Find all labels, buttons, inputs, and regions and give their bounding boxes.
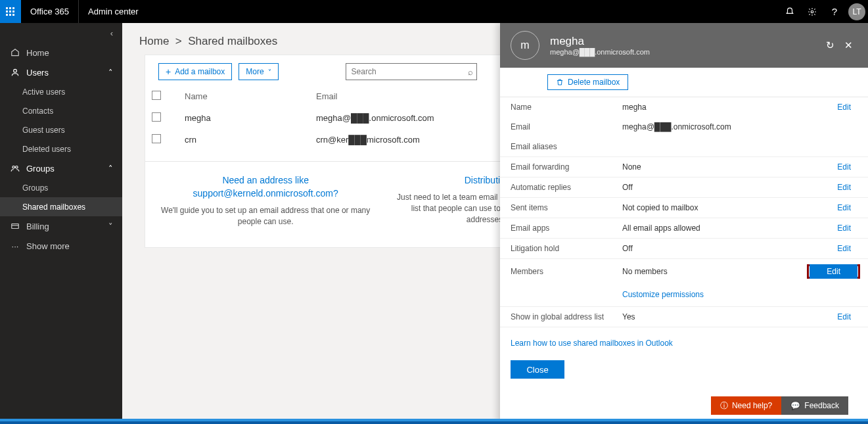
sidebar: ‹ Home Users ˄ Active users Contacts Gue… [0, 23, 122, 424]
delete-mailbox-button[interactable]: Delete mailbox [547, 74, 628, 90]
info-description: We'll guide you to set up an email addre… [158, 205, 373, 227]
svg-rect-0 [6, 7, 8, 9]
close-icon[interactable]: ✕ [839, 36, 857, 55]
prop-value: megha@███.onmicrosoft.com [622, 122, 857, 131]
customize-permissions-link[interactable]: Customize permissions [622, 290, 704, 299]
prop-label: Automatic replies [511, 183, 622, 192]
learn-link[interactable]: Learn how to use shared mailboxes in Out… [511, 339, 673, 348]
svg-rect-1 [9, 7, 11, 9]
sidebar-item-active-users[interactable]: Active users [0, 82, 122, 101]
button-label: Delete mailbox [568, 78, 620, 87]
prop-value: Off [622, 183, 837, 192]
user-avatar[interactable]: LT [848, 3, 865, 20]
cell-name: crn [178, 129, 309, 151]
home-icon [8, 48, 22, 57]
sidebar-item-home[interactable]: Home [0, 43, 122, 62]
prop-row-forwarding: Email forwarding None Edit [500, 157, 868, 177]
sidebar-item-contacts[interactable]: Contacts [0, 101, 122, 120]
row-checkbox[interactable] [152, 134, 161, 143]
more-icon: ··· [8, 241, 22, 251]
prop-row-litigation: Litigation hold Off Edit [500, 239, 868, 259]
edit-members-highlight: Edit [807, 264, 860, 279]
svg-point-9 [811, 11, 813, 13]
prop-label: Email apps [511, 224, 622, 233]
sidebar-item-groups[interactable]: Groups ˄ [0, 158, 122, 178]
sidebar-item-groups-sub[interactable]: Groups [0, 178, 122, 197]
sidebar-item-users[interactable]: Users ˄ [0, 62, 122, 82]
admin-center-label[interactable]: Admin center [79, 7, 148, 16]
svg-rect-4 [9, 11, 11, 12]
details-panel: m megha megha@███.onmicrosoft.com ↻ ✕ De… [500, 23, 868, 424]
svg-rect-6 [6, 14, 8, 16]
button-label: Add a mailbox [175, 67, 225, 76]
feedback-button[interactable]: 💬 Feedback [781, 396, 848, 415]
prop-label: Sent items [511, 203, 622, 212]
svg-point-11 [12, 166, 15, 169]
settings-icon[interactable] [801, 0, 823, 23]
edit-email-apps-link[interactable]: Edit [837, 224, 857, 233]
need-help-button[interactable]: ⓘ Need help? [711, 396, 781, 415]
sidebar-item-label: Billing [22, 222, 108, 231]
search-input[interactable] [346, 63, 477, 80]
search-icon[interactable]: ⌕ [468, 67, 473, 77]
breadcrumb-home[interactable]: Home [139, 35, 169, 47]
svg-rect-13 [12, 224, 19, 229]
prop-label: Litigation hold [511, 244, 622, 253]
groups-icon [8, 164, 22, 173]
panel-body: Delete mailbox Name megha Edit Email meg… [500, 68, 868, 424]
sidebar-item-label: Groups [22, 164, 108, 174]
collapse-sidebar-icon[interactable]: ‹ [0, 23, 122, 43]
edit-sent-items-link[interactable]: Edit [837, 203, 857, 212]
prop-value: Not copied to mailbox [622, 203, 837, 212]
refresh-icon[interactable]: ↻ [821, 36, 839, 55]
chat-icon: 💬 [790, 401, 800, 410]
edit-litigation-link[interactable]: Edit [837, 244, 857, 253]
prop-value: All email apps allowed [622, 224, 837, 233]
office365-label[interactable]: Office 365 [21, 0, 79, 23]
app-launcher-icon[interactable] [0, 0, 21, 23]
edit-forwarding-link[interactable]: Edit [837, 162, 857, 172]
edit-members-button[interactable]: Edit [810, 264, 857, 279]
chevron-down-icon: ˅ [268, 68, 271, 76]
svg-rect-8 [12, 14, 14, 16]
more-button[interactable]: More ˅ [239, 63, 278, 80]
prop-value: Off [622, 244, 837, 253]
notifications-icon[interactable] [779, 0, 801, 23]
edit-auto-replies-link[interactable]: Edit [837, 183, 857, 192]
panel-title: megha [550, 35, 650, 48]
add-mailbox-button[interactable]: + Add a mailbox [158, 63, 232, 80]
button-label: More [246, 67, 263, 76]
close-button[interactable]: Close [511, 360, 564, 379]
bottom-actions: ⓘ Need help? 💬 Feedback [711, 396, 848, 415]
prop-label: Members [511, 267, 622, 276]
billing-icon [8, 222, 22, 231]
help-icon[interactable]: ? [823, 0, 846, 23]
select-all-checkbox[interactable] [152, 91, 161, 100]
prop-value: None [622, 162, 837, 172]
prop-value: No members [622, 267, 807, 276]
breadcrumb-current: Shared mailboxes [188, 35, 277, 47]
edit-name-link[interactable]: Edit [837, 103, 857, 112]
sidebar-item-shared-mailboxes[interactable]: Shared mailboxes [0, 197, 122, 216]
svg-rect-3 [6, 11, 8, 12]
customize-permissions-row: Customize permissions [500, 284, 868, 307]
prop-label: Email aliases [511, 142, 622, 151]
sidebar-item-guest-users[interactable]: Guest users [0, 120, 122, 139]
trash-icon [556, 78, 564, 86]
row-checkbox[interactable] [152, 112, 161, 122]
button-label: Need help? [732, 401, 772, 410]
prop-row-email: Email megha@███.onmicrosoft.com [500, 117, 868, 137]
panel-subtitle: megha@███.onmicrosoft.com [550, 48, 650, 56]
sidebar-item-billing[interactable]: Billing ˅ [0, 216, 122, 236]
svg-rect-5 [12, 11, 14, 12]
help-circle-icon: ⓘ [720, 400, 728, 412]
prop-label: Show in global address list [511, 312, 622, 321]
sidebar-item-deleted-users[interactable]: Deleted users [0, 139, 122, 158]
sidebar-item-label: Home [22, 48, 122, 58]
sidebar-item-label: Users [22, 68, 108, 78]
prop-label: Email [511, 122, 622, 131]
sidebar-item-show-more[interactable]: ··· Show more [0, 236, 122, 256]
column-header-name[interactable]: Name [178, 85, 309, 107]
edit-global-address-link[interactable]: Edit [837, 312, 857, 321]
button-label: Feedback [804, 401, 839, 410]
